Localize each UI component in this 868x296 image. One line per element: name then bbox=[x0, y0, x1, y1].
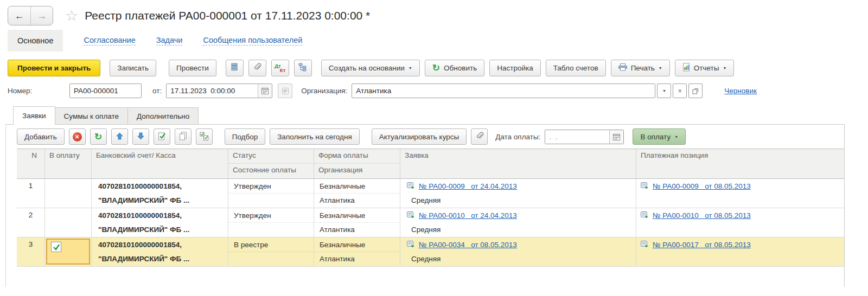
organization-clear-button[interactable]: × bbox=[673, 83, 687, 98]
payment-position-cell: № РА00-0010 от 08.05.2013 bbox=[636, 208, 844, 237]
tab-tasks[interactable]: Задачи bbox=[156, 36, 183, 46]
request-link[interactable]: № РА00-0009 от 24.04.2013 bbox=[419, 182, 517, 190]
status-cell: Утвержден bbox=[228, 208, 314, 237]
chevron-down-icon: ▼ bbox=[409, 66, 412, 70]
col-header-payment-position[interactable]: Платежная позиция bbox=[636, 149, 844, 178]
col-header-organization[interactable]: Организация bbox=[314, 164, 400, 178]
linked-documents-button[interactable] bbox=[294, 60, 312, 76]
move-down-button[interactable] bbox=[132, 128, 149, 145]
requests-table: N В оплату Банковский счет/ Касса Статус… bbox=[17, 149, 844, 267]
favorite-star-icon[interactable]: ☆ bbox=[65, 9, 78, 23]
col-header-to-payment[interactable]: В оплату bbox=[45, 149, 92, 178]
col-header-n[interactable]: N bbox=[17, 149, 45, 178]
post-button[interactable]: Провести bbox=[169, 60, 216, 76]
table-row[interactable]: 2 40702810100000001854, "ВЛАДИМИРСКИЙ" Ф… bbox=[17, 208, 844, 237]
table-row[interactable]: 1 40702810100000001854, "ВЛАДИМИРСКИЙ" Ф… bbox=[17, 179, 844, 208]
forward-icon[interactable]: → bbox=[30, 7, 53, 25]
toggle-flags-button[interactable] bbox=[196, 128, 213, 145]
col-header-bank-account[interactable]: Банковский счет/ Касса bbox=[92, 149, 228, 178]
request-link[interactable]: № РА00-0034 от 08.05.2013 bbox=[419, 241, 517, 249]
arrow-down-icon bbox=[137, 132, 144, 141]
payment-date-label: Дата оплаты: bbox=[495, 133, 540, 141]
document-link-icon bbox=[641, 241, 649, 249]
print-button[interactable]: Печать ▼ bbox=[611, 60, 670, 76]
document-check-icon bbox=[158, 132, 166, 142]
request-link[interactable]: № РА00-0010 от 24.04.2013 bbox=[419, 211, 517, 220]
row-number: 3 bbox=[17, 237, 45, 266]
register-records-button[interactable] bbox=[226, 60, 244, 76]
number-input[interactable] bbox=[69, 83, 142, 98]
organization-open-button[interactable] bbox=[688, 83, 703, 98]
selected-cell[interactable] bbox=[46, 239, 90, 265]
accounts-board-button[interactable]: Табло счетов bbox=[546, 60, 606, 76]
reports-button[interactable]: Отчеты ▼ bbox=[675, 60, 735, 76]
table-row-selected[interactable]: 3 40702810100000001854, "ВЛАДИМИРСКИЙ" Ф… bbox=[17, 237, 844, 267]
print-label: Печать bbox=[631, 64, 655, 72]
sub-tabs: Заявки Суммы к оплате Дополнительно bbox=[13, 106, 868, 125]
payment-form-cell: Безналичные Атлантика bbox=[314, 208, 400, 237]
col-header-request[interactable]: Заявка bbox=[400, 149, 636, 178]
col-header-payment-state[interactable]: Состояние оплаты bbox=[228, 164, 314, 178]
subtab-requests[interactable]: Заявки bbox=[13, 106, 55, 125]
page-title: Реестр платежей РА00-000001 от 17.11.202… bbox=[85, 9, 370, 22]
fill-today-button[interactable]: Заполнить на сегодня bbox=[270, 128, 359, 145]
register-stack-icon bbox=[231, 63, 238, 73]
report-icon bbox=[682, 63, 690, 73]
payment-position-link[interactable]: № РА00-0009 от 08.05.2013 bbox=[653, 182, 751, 190]
settings-button[interactable]: Настройка bbox=[489, 60, 540, 76]
payment-registry-window: ← → ☆ Реестр платежей РА00-000001 от 17.… bbox=[0, 0, 868, 296]
post-and-close-button[interactable]: Провести и закрыть bbox=[8, 60, 100, 76]
tab-approval[interactable]: Согласование bbox=[84, 36, 135, 46]
to-payment-cell[interactable] bbox=[45, 237, 92, 266]
organization-dropdown-button[interactable]: ▼ bbox=[657, 83, 671, 98]
create-based-on-button[interactable]: Создать на основании ▼ bbox=[321, 60, 420, 76]
organization-input[interactable] bbox=[352, 87, 655, 95]
update-rates-button[interactable]: Актуализировать курсы bbox=[372, 128, 467, 145]
to-payment-button[interactable]: В оплату ▼ bbox=[633, 128, 686, 145]
date-input[interactable] bbox=[167, 84, 258, 98]
col-header-status[interactable]: Статус bbox=[228, 149, 314, 164]
tab-main[interactable]: Основное bbox=[8, 30, 63, 52]
attachments-button[interactable] bbox=[248, 60, 266, 76]
draft-status-link[interactable]: Черновик bbox=[724, 87, 757, 95]
create-based-on-label: Создать на основании bbox=[329, 64, 405, 72]
payment-position-link[interactable]: № РА00-0017 от 08.05.2013 bbox=[653, 241, 751, 249]
bank-account-cell: 40702810100000001854, "ВЛАДИМИРСКИЙ" ФБ … bbox=[92, 179, 228, 208]
payment-form-cell: Безналичные Атлантика bbox=[314, 179, 400, 208]
pick-button[interactable]: Подбор bbox=[225, 128, 266, 145]
to-payment-checkbox[interactable] bbox=[51, 242, 61, 252]
set-flags-button[interactable] bbox=[154, 128, 170, 145]
calendar-icon[interactable] bbox=[609, 130, 623, 144]
nav-tabs: Основное Согласование Задачи Сообщения п… bbox=[0, 30, 868, 52]
copy-button[interactable] bbox=[175, 128, 192, 145]
delete-icon: ✕ bbox=[73, 132, 82, 141]
open-icon bbox=[692, 88, 699, 94]
to-payment-cell[interactable] bbox=[45, 208, 92, 237]
priority-label: Средняя bbox=[400, 252, 636, 266]
row-number: 2 bbox=[17, 208, 45, 237]
tab-user-messages[interactable]: Сообщения пользователей bbox=[203, 36, 302, 46]
subtab-additional[interactable]: Дополнительно bbox=[127, 107, 199, 125]
to-payment-cell[interactable] bbox=[45, 179, 92, 208]
attach-button[interactable] bbox=[471, 128, 488, 145]
write-button[interactable]: Записать bbox=[110, 60, 156, 76]
printer-icon bbox=[618, 63, 627, 73]
delete-rows-button[interactable]: ✕ bbox=[69, 128, 86, 145]
date-label: от: bbox=[152, 87, 162, 95]
refresh-icon: ↻ bbox=[94, 132, 102, 141]
add-button[interactable]: Добавить bbox=[17, 128, 65, 145]
row-number: 1 bbox=[17, 179, 45, 208]
back-icon[interactable]: ← bbox=[8, 7, 30, 25]
payment-position-link[interactable]: № РА00-0010 от 08.05.2013 bbox=[653, 211, 751, 220]
requests-panel: Добавить ✕ ↻ bbox=[5, 124, 845, 287]
payment-date-input[interactable] bbox=[545, 130, 609, 144]
comment-button[interactable] bbox=[278, 83, 292, 98]
calendar-icon[interactable] bbox=[258, 84, 272, 98]
move-up-button[interactable] bbox=[111, 128, 128, 145]
col-header-payment-form[interactable]: Форма оплаты bbox=[314, 149, 400, 164]
refresh-rows-button[interactable]: ↻ bbox=[90, 128, 107, 145]
refresh-button[interactable]: ↻ Обновить bbox=[425, 60, 484, 76]
table-header: N В оплату Банковский счет/ Касса Статус… bbox=[17, 149, 844, 179]
postings-dtkt-button[interactable]: ДтКт bbox=[271, 60, 289, 76]
subtab-amounts[interactable]: Суммы к оплате bbox=[55, 107, 128, 125]
